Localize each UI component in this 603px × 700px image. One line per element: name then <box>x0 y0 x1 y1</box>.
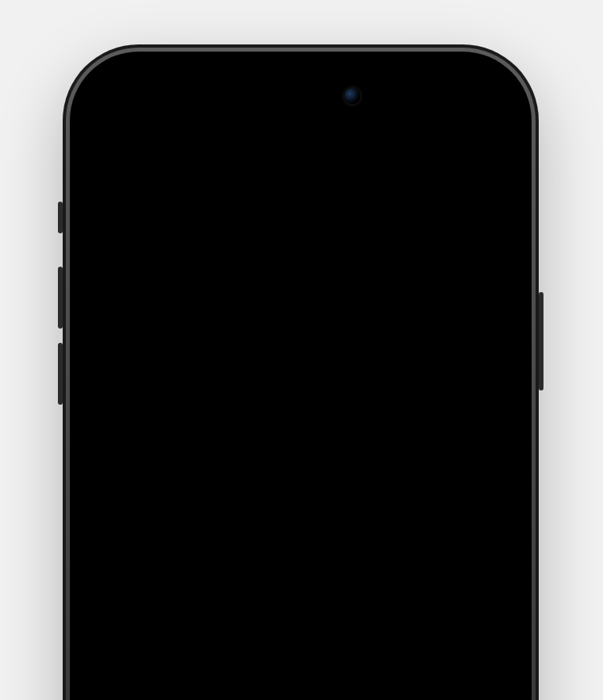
handoff-row[interactable]: Handoff <box>91 417 510 482</box>
continuity-camera-footer: Utilisez votre iPhone comme webcam pour … <box>91 639 510 664</box>
transfer-homepod-toggle[interactable] <box>445 294 496 324</box>
svg-rect-1 <box>426 102 429 108</box>
cellular-icon <box>421 97 440 108</box>
continuity-camera-toggle[interactable] <box>445 591 496 621</box>
handoff-toggle[interactable] <box>445 434 496 464</box>
page-title: AirPlay et Handoff <box>77 139 524 160</box>
svg-rect-5 <box>473 99 491 106</box>
airplay-auto-row[interactable]: AirPlay automatique Automatique <box>91 195 510 260</box>
airplay-auto-value: Automatique <box>385 218 478 237</box>
svg-rect-3 <box>436 97 439 108</box>
chevron-left-icon <box>86 140 99 159</box>
dynamic-island <box>230 76 371 116</box>
handoff-footer: Handoff vous permet de commencer une tâc… <box>91 482 510 558</box>
status-time: 09:41 <box>113 93 158 112</box>
phone-frame: 09:41 <box>63 44 539 700</box>
power-button <box>539 292 543 390</box>
volume-up-button <box>58 267 63 329</box>
screen: 09:41 <box>77 59 524 700</box>
continuity-camera-row[interactable]: Appareil photo Continuité <box>91 574 510 639</box>
airplay-auto-label: AirPlay automatique <box>106 218 375 237</box>
mute-switch <box>58 202 63 233</box>
svg-rect-0 <box>421 104 424 108</box>
settings-content[interactable]: AirPlay automatique Automatique <box>77 179 524 700</box>
volume-down-button <box>58 343 63 405</box>
transfer-homepod-label: Transférer sur le HomePod <box>106 299 436 318</box>
battery-icon <box>470 97 496 108</box>
back-button[interactable]: Général <box>86 139 163 160</box>
continuity-camera-label: Appareil photo Continuité <box>106 597 436 616</box>
nav-bar: Général AirPlay et Handoff <box>77 127 524 171</box>
front-camera <box>344 88 360 104</box>
handoff-label: Handoff <box>106 440 436 459</box>
wifi-icon <box>447 96 464 109</box>
chevron-right-icon <box>488 218 496 237</box>
transfer-homepod-footer: Lors de la lecture de contenus multimédi… <box>91 341 510 401</box>
svg-rect-2 <box>431 99 434 108</box>
transfer-homepod-row[interactable]: Transférer sur le HomePod <box>91 276 510 341</box>
back-label: Général <box>101 139 163 160</box>
svg-rect-6 <box>494 101 496 105</box>
